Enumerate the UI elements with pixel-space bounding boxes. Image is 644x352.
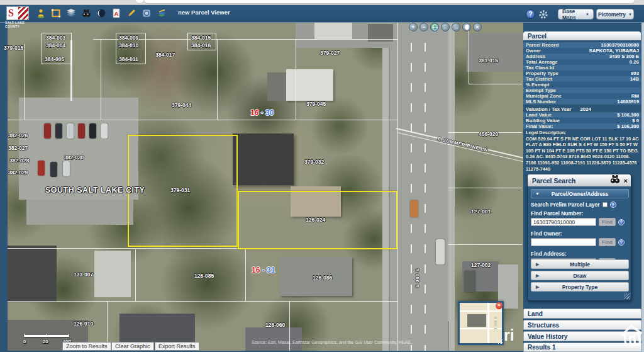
next-extent-icon[interactable]: → <box>452 23 460 31</box>
identify-icon[interactable] <box>35 8 47 19</box>
arrow-right-glyph: → <box>453 24 459 30</box>
parcel-line <box>8 120 397 120</box>
locate-icon[interactable] <box>96 8 107 19</box>
overview-resize-handle[interactable] <box>497 339 502 344</box>
row-value: $ 106,300 <box>617 123 639 129</box>
question-help-icon[interactable]: ? <box>610 202 616 208</box>
valuation-label: Valuation / Tax Year <box>526 106 572 112</box>
road-lane-line <box>425 23 426 351</box>
overview-extent-box[interactable] <box>467 314 486 327</box>
find-owner-button[interactable]: Find <box>599 238 616 246</box>
row-value: RM <box>631 93 639 99</box>
house-watermark-icon <box>618 321 644 352</box>
row-label: Property Type <box>526 71 558 76</box>
map-canvas[interactable] <box>8 23 523 351</box>
salt-lake-county-logo: S <box>6 6 29 20</box>
table-row: Exempt Type <box>523 88 641 93</box>
accordion-multiple[interactable]: ▶ Multiple <box>531 259 629 269</box>
parcel-line <box>448 132 522 133</box>
zoom-out-glyph: − <box>422 24 425 30</box>
building-roof <box>8 246 57 302</box>
parcel-panel-header: Parcel <box>523 31 641 40</box>
arrow-left-glyph: ← <box>443 24 448 30</box>
building-roof <box>314 23 352 39</box>
chevron-down-icon: ▼ <box>586 13 589 16</box>
sidebar-item-label: Results 1 <box>528 344 555 351</box>
table-row: Land Value$ 106,300 <box>523 112 641 118</box>
previous-extent-icon[interactable]: ← <box>441 23 450 31</box>
zoom-out-icon[interactable]: − <box>419 23 428 31</box>
parked-suv <box>464 271 475 292</box>
building-roof <box>280 257 352 296</box>
prelim-layer-checkbox[interactable] <box>602 202 608 207</box>
base-maps-button[interactable]: Base Maps ▼ <box>558 9 594 20</box>
overview-street-label: S 300 E <box>494 317 497 330</box>
owner-input[interactable] <box>531 238 596 246</box>
select-extent-icon[interactable] <box>50 8 62 19</box>
building-roof <box>286 69 333 101</box>
row-label: Land Value <box>526 112 552 118</box>
panel-resize-handle[interactable] <box>624 293 630 299</box>
selected-parcel-outline <box>238 191 397 249</box>
row-label: Exempt Type <box>526 88 556 93</box>
help-glyph: ? <box>528 11 532 18</box>
close-icon[interactable]: × <box>624 177 628 185</box>
chevron-right-icon: ▶ <box>536 273 539 278</box>
accordion-parcel-owner-address[interactable]: ▼ Parcel/Owner/Address <box>531 189 629 198</box>
zoom-in-glyph: + <box>411 24 414 30</box>
sidebar-item-label: Structures <box>528 322 559 329</box>
logo-stripes <box>18 7 28 20</box>
table-row: Municipal ZoneRM <box>523 93 641 99</box>
zoom-to-results-button[interactable]: Zoom to Results <box>62 342 111 351</box>
pan-hand-icon[interactable] <box>462 23 471 31</box>
buffer-icon[interactable] <box>141 8 152 19</box>
selected-parcel-outline <box>128 135 238 247</box>
valuation-header: Valuation / Tax Year 2024 <box>526 106 591 112</box>
accordion-property-type[interactable]: ▶ Property Type <box>531 282 629 292</box>
logo-caption: SALT LAKE COUNTY <box>5 21 31 28</box>
sidebar-item-land[interactable]: Land <box>523 309 641 319</box>
map-export-icon[interactable] <box>156 8 167 19</box>
row-label: MLS Number <box>526 99 556 105</box>
find-parcel-button[interactable]: Find <box>599 218 616 226</box>
export-results-button[interactable]: Export Results <box>155 342 199 351</box>
table-row: Total Acreage0.26 <box>523 59 641 65</box>
legal-description-label: Legal Description: <box>526 130 640 136</box>
find-address-label: Find Address: <box>531 251 629 257</box>
pictometry-button[interactable]: Pictometry ▼ <box>596 9 634 20</box>
parking-lot <box>26 200 133 225</box>
table-row: Parcel Record16303790310000 <box>523 42 641 48</box>
browser-chrome-strip <box>0 0 644 5</box>
table-row: OwnerSAPKOTA, YUBARAJ <box>523 48 641 54</box>
row-label: Address <box>526 54 545 59</box>
chevron-right-icon: ▶ <box>536 262 539 267</box>
accordion-draw[interactable]: ▶ Draw <box>531 271 629 280</box>
overview-close-icon[interactable]: × <box>496 302 502 309</box>
deactivate-tool-icon[interactable]: × <box>473 23 482 31</box>
row-value: 16303790310000 <box>601 42 639 48</box>
search-binoculars-icon[interactable] <box>80 8 92 19</box>
draw-pencil-icon[interactable] <box>126 8 137 19</box>
parcel-line <box>24 44 25 120</box>
parcel-number-input[interactable] <box>531 218 596 226</box>
question-help-icon[interactable]: ? <box>618 239 625 246</box>
question-help-icon[interactable]: ? <box>618 219 625 225</box>
parcel-line <box>448 23 448 321</box>
gear-icon[interactable] <box>538 9 548 20</box>
zoom-in-icon[interactable]: + <box>409 23 418 31</box>
parcel-line <box>469 23 469 84</box>
accordion-label: Parcel/Owner/Address <box>552 191 609 197</box>
help-icon[interactable]: ? <box>526 9 535 19</box>
layers-icon[interactable] <box>65 8 77 19</box>
row-value: 903 <box>631 71 639 76</box>
parcel-search-header[interactable]: Parcel Search × <box>528 174 631 186</box>
export-pdf-icon[interactable]: A <box>111 8 122 19</box>
overview-road <box>487 303 489 343</box>
parked-car <box>63 161 70 176</box>
close-glyph: × <box>475 24 479 30</box>
overview-map[interactable]: S 300 E × <box>458 301 504 345</box>
clear-graphic-button[interactable]: Clear Graphic <box>111 342 154 351</box>
full-extent-globe-icon[interactable] <box>430 23 439 31</box>
parking-lot <box>19 98 138 200</box>
truck-on-road <box>436 239 445 264</box>
